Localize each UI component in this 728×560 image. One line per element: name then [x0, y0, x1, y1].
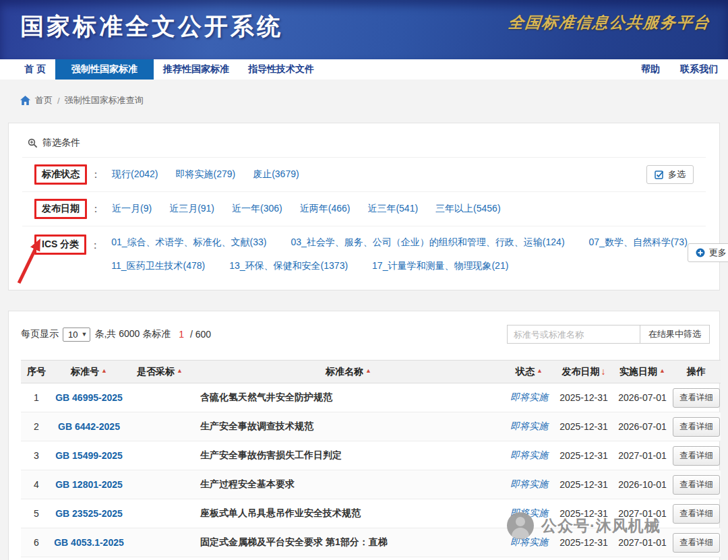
breadcrumb-home[interactable]: 首页	[35, 94, 53, 106]
cell-status: 即将实施	[504, 412, 555, 441]
cell-adopted	[126, 383, 193, 412]
home-icon	[20, 96, 30, 105]
top-nav: 首 页 强制性国家标准 推荐性国家标准 指导性技术文件 帮助 联系我们	[0, 59, 728, 80]
col-header-name[interactable]: 标准名称▲	[193, 361, 504, 383]
watermark-text: 公众号·沐风机械	[541, 516, 661, 536]
filter-option[interactable]: 现行(2042)	[112, 168, 158, 181]
cell-index: 6	[21, 528, 52, 557]
nav-item-guidance-documents[interactable]: 指导性技术文件	[239, 59, 324, 80]
nav-item-contact[interactable]: 联系我们	[670, 59, 728, 80]
cell-action: 查看详细	[672, 528, 721, 557]
cell-standard-name: 生产安全事故伤害损失工作日判定	[193, 441, 504, 470]
cell-standard-code[interactable]: GB 6442-2025	[52, 412, 126, 441]
filter-label-status-annotated: 标准状态	[34, 164, 87, 185]
sort-asc-icon: ▲	[101, 367, 107, 374]
status-options: 现行(2042) 即将实施(279) 废止(3679)	[112, 168, 299, 181]
more-button[interactable]: 更多	[688, 243, 728, 262]
view-detail-button[interactable]: 查看详细	[673, 388, 720, 408]
cell-action: 查看详细	[672, 383, 721, 412]
search-group: 在结果中筛选	[507, 325, 710, 344]
cell-impl-date: 2026-07-01	[613, 412, 672, 441]
cell-standard-name: 生产安全事故调查技术规范	[193, 412, 504, 441]
filter-option[interactable]: 03_社会学、服务、公司（企业）的组织和管理、行政、运输(124)	[291, 237, 565, 249]
col-header-status[interactable]: 状态▲	[504, 361, 555, 383]
cell-adopted	[126, 499, 193, 528]
filter-option[interactable]: 近两年(466)	[300, 203, 351, 215]
cell-standard-code[interactable]: GB 23525-2025	[52, 499, 126, 528]
filter-option[interactable]: 17_计量学和测量、物理现象(21)	[372, 260, 508, 272]
filter-row-ics: ICS 分类 ： 01_综合、术语学、标准化、文献(33) 03_社会学、服务、…	[22, 226, 706, 279]
page-indicator: 1 / 600	[179, 329, 211, 340]
nav-item-recommended-standards[interactable]: 推荐性国家标准	[154, 59, 239, 80]
table-row: 3 GB 15499-2025 生产安全事故伤害损失工作日判定 即将实施 202…	[21, 441, 721, 470]
filter-option[interactable]: 近一年(306)	[232, 203, 282, 215]
breadcrumb-current: 强制性国家标准查询	[65, 94, 144, 106]
view-detail-button[interactable]: 查看详细	[673, 417, 720, 437]
filter-row-status: 标准状态 ： 现行(2042) 即将实施(279) 废止(3679) 多选	[22, 157, 706, 191]
cell-standard-name: 固定式金属梯及平台安全要求 第1部分：直梯	[193, 528, 504, 557]
view-detail-button[interactable]: 查看详细	[673, 504, 720, 524]
filter-option[interactable]: 废止(3679)	[253, 168, 299, 181]
filter-option[interactable]: 即将实施(279)	[175, 168, 235, 181]
cell-standard-name: 座板式单人吊具悬吊作业安全技术规范	[193, 499, 504, 528]
search-input[interactable]	[507, 325, 640, 344]
site-title: 国家标准全文公开系统	[20, 11, 283, 42]
table-row: 1 GB 46995-2025 含硫化氢天然气井安全防护规范 即将实施 2025…	[21, 383, 721, 412]
nav-item-mandatory-standards[interactable]: 强制性国家标准	[55, 59, 154, 80]
multi-select-button[interactable]: 多选	[646, 165, 694, 184]
filter-option[interactable]: 13_环保、保健和安全(1373)	[229, 260, 348, 272]
page-current: 1	[179, 329, 184, 340]
ics-options-line1: 01_综合、术语学、标准化、文献(33) 03_社会学、服务、公司（企业）的组织…	[111, 237, 688, 249]
cell-index: 5	[21, 499, 52, 528]
cell-standard-code[interactable]: GB 4053.1-2025	[52, 528, 126, 557]
filter-results-button[interactable]: 在结果中筛选	[640, 325, 710, 344]
col-header-impl-date[interactable]: 实施日期▲	[613, 361, 672, 383]
cell-index: 1	[21, 383, 52, 412]
col-header-code[interactable]: 标准号▲	[52, 361, 126, 383]
per-page-select[interactable]: 10 ▼	[63, 328, 90, 342]
cell-action: 查看详细	[672, 499, 721, 528]
cell-action: 查看详细	[672, 470, 721, 499]
view-detail-button[interactable]: 查看详细	[673, 475, 720, 495]
chevron-down-icon: ▼	[81, 331, 87, 338]
cell-impl-date: 2026-07-01	[613, 383, 672, 412]
cell-index: 3	[21, 441, 52, 470]
sort-asc-icon: ▲	[537, 367, 543, 374]
cell-standard-code[interactable]: GB 12801-2025	[52, 470, 126, 499]
cell-adopted	[126, 470, 193, 499]
view-detail-button[interactable]: 查看详细	[673, 533, 720, 553]
cell-impl-date: 2026-10-01	[613, 470, 672, 499]
filter-option[interactable]: 近一月(9)	[112, 203, 152, 215]
filter-panel: 筛选条件 标准状态 ： 现行(2042) 即将实施(279) 废止(3679) …	[8, 123, 720, 290]
cell-status: 即将实施	[504, 383, 555, 412]
breadcrumb: 首页 / 强制性国家标准查询	[0, 80, 728, 123]
filter-title-label: 筛选条件	[42, 137, 80, 149]
cell-status: 即将实施	[504, 470, 555, 499]
cell-standard-code[interactable]: GB 46995-2025	[52, 383, 126, 412]
per-page-value: 10	[68, 330, 78, 340]
cell-pub-date: 2025-12-31	[555, 412, 613, 441]
view-detail-button[interactable]: 查看详细	[673, 446, 720, 466]
per-page-label: 每页显示	[21, 328, 59, 340]
watermark: 公众号·沐风机械	[507, 512, 661, 539]
cell-standard-name: 生产过程安全基本要求	[193, 470, 504, 499]
nav-item-help[interactable]: 帮助	[631, 59, 670, 80]
cell-impl-date: 2027-01-01	[613, 441, 672, 470]
cell-status: 即将实施	[504, 441, 555, 470]
col-header-pub-date[interactable]: 发布日期↓	[555, 361, 613, 383]
filter-option[interactable]: 近三月(91)	[169, 203, 214, 215]
cell-standard-code[interactable]: GB 15499-2025	[52, 441, 126, 470]
filter-option[interactable]: 三年以上(5456)	[435, 203, 500, 215]
cell-index: 4	[21, 470, 52, 499]
more-label: 更多	[709, 247, 727, 259]
cell-pub-date: 2025-12-31	[555, 441, 613, 470]
col-header-action: 操作	[672, 361, 721, 383]
filter-option[interactable]: 01_综合、术语学、标准化、文献(33)	[111, 237, 266, 249]
col-header-adopted[interactable]: 是否采标▲	[126, 361, 193, 383]
plus-circle-icon	[696, 248, 705, 257]
filter-option[interactable]: 近三年(541)	[367, 203, 418, 215]
filter-option[interactable]: 07_数学、自然科学(73)	[589, 237, 688, 249]
nav-item-home[interactable]: 首 页	[15, 59, 55, 80]
ics-options-line2: 11_医药卫生技术(478) 13_环保、保健和安全(1373) 17_计量学和…	[111, 260, 688, 272]
filter-option[interactable]: 11_医药卫生技术(478)	[111, 260, 205, 272]
